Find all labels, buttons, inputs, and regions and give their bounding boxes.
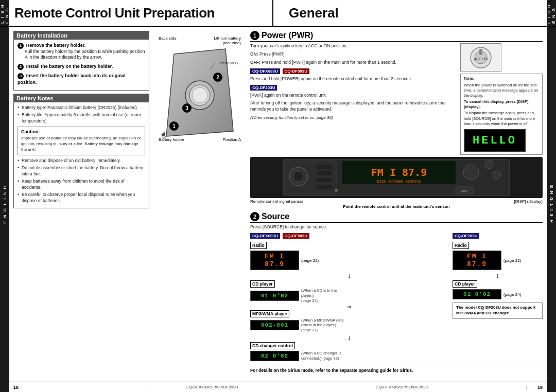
model3-text: [PWR] again on the remote control unit. [250, 93, 456, 99]
cd-changer-display-row: 02 0'02 (When a CD changer is connected.… [250, 350, 448, 362]
arrow-down-3: ↕ [453, 272, 543, 279]
right-title-area: General [272, 0, 547, 26]
footer-model-right: CQ-DFX683/DF583/DF203U [278, 385, 526, 389]
col1-model-1: CQ-DFX683U [250, 233, 280, 239]
svg-text:DISP: DISP [461, 189, 468, 192]
note-item-3: To display the message again, press and … [464, 111, 539, 126]
right-side-bar-text: E N G L I S H [549, 185, 554, 224]
radio-sub: Radio [250, 241, 448, 250]
svg-point-21 [463, 165, 479, 180]
extra-bullet-1: Remove and dispose of an old battery imm… [18, 158, 145, 164]
cd-page-ref-2: (page 24) [503, 292, 521, 297]
left-side-label: E N G L I S H 3 [0, 0, 9, 26]
left-page-label: E N G L I S H [3, 185, 7, 224]
svg-point-31 [335, 189, 338, 192]
page-wrapper: E N G L I S H 3 Remote Control Unit Prep… [0, 0, 556, 392]
battery-holder-label: Battery holder [159, 137, 184, 142]
center-diagram-area: Back side Lithium battery (included) [153, 27, 246, 382]
step-2-label: Install the battery on the battery holde… [26, 64, 113, 69]
on-label: ON: [250, 51, 258, 57]
radio-label-1: Radio [250, 242, 267, 249]
radio-page-ref-2: (page 22) [503, 258, 521, 263]
model-note-box: The model CQ-DF203U does not support MP3… [453, 302, 543, 319]
mp3-label: MP3/WMA player [250, 310, 289, 317]
remote-svg: Position B 1 2 3 [159, 46, 241, 141]
sirius-note: For details on the Sirius mode, refer to… [250, 366, 543, 373]
left-content-area: Battery Installation 1 Remove the batter… [9, 27, 153, 382]
power-main-col: Turn your car's ignition key to ACC or O… [250, 43, 456, 155]
extra-bullet-4: Be careful to observe proper local dispo… [18, 192, 145, 204]
mp3-note: (When a MP3/WMA data disc is in the play… [301, 318, 348, 333]
footer-right-bar [547, 382, 556, 392]
position-a-label: Position A [222, 137, 241, 142]
footer-half-left: 18 CQ-DFX683/DF583/DF203U [9, 382, 278, 392]
source-grid: CQ-DFX683U CQ-DF503U Radio FM I 87.9 (pa… [250, 233, 543, 363]
footer-model-left: CQ-DFX683/DF583/DF203U [146, 385, 279, 389]
svg-rect-28 [317, 171, 332, 175]
radio-sub-2: Radio [453, 241, 543, 250]
battery-installation-title: Battery Installation [14, 31, 149, 40]
model-tag-1: CQ-DFX683U [250, 68, 280, 74]
or-text: or [250, 305, 448, 309]
cd-display-row-2: 01 0'02 (page 24) [453, 288, 543, 300]
source-section: 2 Source Press [SOURCE] to change the so… [250, 212, 543, 372]
battery-note-1: Battery type: Panasonic lithium battery … [18, 105, 145, 111]
power-section-header: 1 Power (PWR) [250, 31, 543, 42]
mp3-sub: MP3/WMA player [250, 309, 448, 318]
note-item-2: To cancel this display, press [DISP] (di… [464, 99, 539, 110]
cd-note-1: (When a CD is in the player.) (page 24) [301, 288, 348, 303]
radio-label-2: Radio [453, 242, 469, 249]
extra-bullet-3: Keep batteries away from children to avo… [18, 179, 145, 190]
svg-rect-29 [317, 178, 332, 182]
source-section-num: 2 [250, 212, 259, 221]
step-2: 2 Install the battery on the battery hol… [18, 63, 145, 70]
col1-models: CQ-DFX683U CQ-DF503U [250, 233, 448, 239]
install-text: 1 Remove the battery holder. Pull the ba… [18, 42, 145, 87]
install-content: 1 Remove the battery holder. Pull the ba… [18, 42, 145, 87]
battery-notes-title: Battery Notes [14, 94, 149, 102]
footer-left-bar [0, 382, 9, 392]
after-ignition-text: After turning off the ignition key, a se… [250, 100, 456, 113]
cd-display-2: 01 0'02 [453, 289, 501, 299]
cancel-display-label: To cancel this display, press [DISP] (di… [464, 99, 529, 109]
on-text: Press [PWR]. [259, 51, 286, 57]
step-1-num: 1 [18, 43, 24, 49]
disp-label: [DISP] (display) [514, 199, 543, 204]
hello-display: HELLO [464, 129, 526, 153]
page-footer: 18 CQ-DFX683/DF583/DF203U CQ-DFX683/DF58… [0, 382, 556, 392]
power-intro: Turn your car's ignition key to ACC or O… [250, 43, 456, 49]
col1-model-2: CQ-DF503U [283, 233, 309, 239]
caution-box: Caution: Improper use of batteries may c… [18, 127, 145, 155]
cd-display-row-1: 01 0'02 (When a CD is in the player.) (p… [250, 288, 448, 303]
cd-display-1: 01 0'02 [250, 291, 299, 301]
diagram-top-labels: Back side Lithium battery (included) [159, 36, 241, 45]
model-tag-3-wrap: CQ-DF203U [250, 84, 456, 91]
left-page-title: Remote Control Unit Preparation [14, 5, 215, 21]
page-header: E N G L I S H 3 Remote Control Unit Prep… [0, 0, 556, 27]
ignition-svg: ACC ON [462, 45, 500, 70]
step-3: 3 Insert the battery holder back into it… [18, 73, 145, 85]
note-items: When the power is switched on for the fi… [464, 83, 539, 127]
off-label: OFF: [250, 60, 260, 65]
security-paren: (When security function is set to on, pa… [250, 115, 456, 120]
cd-changer-sub: CD changer control [250, 341, 448, 350]
battery-notes-section: Battery Notes Battery type: Panasonic li… [13, 94, 149, 208]
caution-title: Caution: [21, 129, 142, 134]
svg-text:FM I 87.9: FM I 87.9 [371, 166, 427, 179]
source-col-1: CQ-DFX683U CQ-DF503U Radio FM I 87.9 (pa… [250, 233, 448, 363]
cd-sub-2: CD player [453, 279, 543, 288]
radio-display-1: FM I 87.9 [250, 251, 299, 270]
caution-text: Improper use of batteries may cause over… [21, 136, 142, 152]
stereo-svg: FM I 87.9 DISC CHANGER SERVICE Panasonic [250, 157, 543, 198]
point-text: Point the remote control unit at the mai… [250, 204, 543, 209]
step-3-label: Insert the battery holder back into its … [18, 73, 126, 85]
source-col-2: CQ-DF203U Radio FM I 87.9 (page 22) ↕ [453, 233, 543, 363]
cd-changer-label: CD changer control [250, 342, 295, 349]
svg-rect-13 [479, 49, 482, 55]
cd-sub: CD player [250, 279, 448, 288]
radio-display-2: FM I 87.9 [453, 251, 501, 270]
step-2-num: 2 [18, 64, 24, 70]
note-box: Note: When the power is switched on for … [460, 74, 543, 155]
source-title: Source [262, 212, 289, 221]
press-power-text: Press and hold [POWER] again on the remo… [250, 76, 456, 82]
